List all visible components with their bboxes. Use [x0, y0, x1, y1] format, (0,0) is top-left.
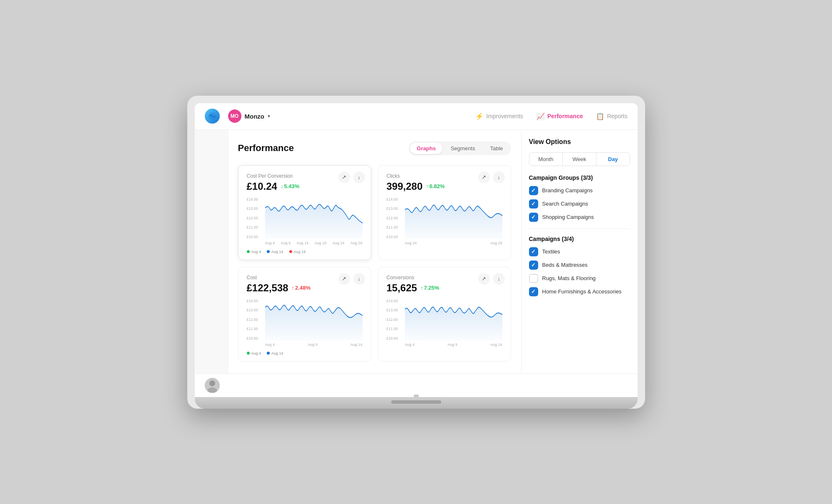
check-icon-branding: ✓: [531, 187, 536, 194]
download-button-cpc[interactable]: ↓: [353, 171, 365, 183]
metrics-grid: Cost Per Conversion £10.24 ↓ 5.43% ↗: [238, 165, 511, 362]
campaign-groups-heading: Campaign Groups (3/3): [529, 174, 630, 181]
chart-legend-cpc: Aug 4 Aug 14 Aug 19: [247, 250, 363, 254]
campaigns-heading: Campaigns (3/4): [529, 236, 630, 242]
view-option-day[interactable]: Day: [596, 153, 630, 166]
checkbox-box-textiles[interactable]: ✓: [529, 247, 538, 256]
checkbox-search[interactable]: ✓ Search Campaigns: [529, 199, 630, 209]
legend-aug19: Aug 19: [289, 250, 306, 254]
checkbox-box-branding[interactable]: ✓: [529, 186, 538, 195]
content-area: Performance Graphs Segments Table Cost P…: [228, 130, 521, 373]
check-icon-beds: ✓: [531, 262, 536, 268]
metric-card-clicks: Clicks 399,280 ↑ 6.82% ↗ ↓: [378, 165, 511, 260]
metric-card-conversions: Conversions 15,625 ↑ 7.25% ↗ ↓: [378, 267, 511, 362]
laptop-base: [195, 397, 638, 409]
sidebar: [195, 130, 228, 373]
download-button-conversions[interactable]: ↓: [493, 273, 505, 285]
checkbox-branding[interactable]: ✓ Branding Campaigns: [529, 186, 630, 195]
nav-item-reports-label: Reports: [607, 113, 627, 119]
metric-actions-cost: ↗ ↓: [338, 273, 365, 285]
check-icon-textiles: ✓: [531, 248, 536, 255]
download-button-clicks[interactable]: ↓: [493, 171, 505, 183]
nav-item-performance[interactable]: 📈 Performance: [536, 112, 583, 120]
tab-graphs[interactable]: Graphs: [410, 143, 442, 154]
laptop-screen: MO Monzo ▾ ⚡ Improvements 📈 Performance: [195, 103, 638, 397]
chart-x-labels-cpc: Aug 4 Aug 9 Aug 14 Aug 19 Aug 24 Aug 29: [265, 239, 363, 247]
metric-actions-conversions: ↗ ↓: [478, 273, 505, 285]
checkbox-box-shopping[interactable]: ✓: [529, 213, 538, 222]
checkbox-beds[interactable]: ✓ Beds & Mattresses: [529, 261, 630, 270]
up-arrow-icon-conversions: ↑: [420, 285, 423, 291]
app-logo: [205, 109, 220, 124]
chart-cost: £14.00 £13.00 £12.00 £11.00 £10.00: [247, 299, 363, 349]
page-title: Performance: [238, 143, 401, 154]
improvements-icon: ⚡: [475, 112, 484, 120]
nav-item-improvements[interactable]: ⚡ Improvements: [475, 112, 523, 120]
checkbox-label-shopping: Shopping Campaigns: [542, 214, 594, 220]
download-button-cost[interactable]: ↓: [353, 273, 365, 285]
svg-point-2: [209, 380, 215, 386]
chart-area-cost: [265, 299, 363, 340]
bottom-bar: [195, 373, 638, 397]
check-icon-search: ✓: [531, 201, 536, 207]
metric-card-cost: Cost £122,538 ↑ 2.48% ↗ ↓: [238, 267, 371, 362]
legend-cost-aug4: Aug 4: [247, 351, 261, 355]
metric-value-cpc: £10.24: [247, 181, 277, 192]
chart-x-labels-conversions: Aug 4 Aug 9 Aug 14: [405, 340, 502, 349]
nav-brand[interactable]: MO Monzo ▾: [228, 109, 270, 123]
chart-cpc: £14.00 £13.00 £12.00 £11.00 £10.00: [247, 197, 363, 247]
brand-dropdown-icon: ▾: [268, 113, 270, 119]
nav-items: ⚡ Improvements 📈 Performance 📋 Reports: [475, 112, 627, 120]
view-option-week[interactable]: Week: [563, 153, 596, 166]
reports-icon: 📋: [596, 112, 604, 120]
chart-y-labels-cost: £14.00 £13.00 £12.00 £11.00 £10.00: [247, 299, 265, 340]
performance-icon: 📈: [536, 112, 545, 120]
expand-button-clicks[interactable]: ↗: [478, 171, 490, 183]
content-header: Performance Graphs Segments Table: [238, 142, 511, 155]
checkbox-home[interactable]: ✓ Home Furnishings & Accessories: [529, 287, 630, 296]
nav-item-reports[interactable]: 📋 Reports: [596, 112, 627, 120]
nav-item-improvements-label: Improvements: [486, 113, 523, 119]
checkbox-shopping[interactable]: ✓ Shopping Campaigns: [529, 213, 630, 222]
legend-aug4: Aug 4: [247, 250, 261, 254]
metric-change-clicks: ↑ 6.82%: [426, 183, 445, 189]
chart-clicks: £14.00 £13.00 £12.00 £11.00 £10.00: [387, 197, 502, 247]
checkbox-box-rugs[interactable]: [529, 274, 538, 283]
chart-y-labels-clicks: £14.00 £13.00 £12.00 £11.00 £10.00: [387, 197, 405, 239]
chart-legend-cost: Aug 4 Aug 14: [247, 351, 363, 355]
checkbox-label-branding: Branding Campaigns: [542, 187, 593, 194]
metric-value-conversions: 15,625: [387, 282, 417, 294]
main-content: Performance Graphs Segments Table Cost P…: [195, 130, 638, 373]
view-tabs: Graphs Segments Table: [409, 142, 511, 155]
laptop-frame: MO Monzo ▾ ⚡ Improvements 📈 Performance: [187, 96, 645, 409]
brand-name: Monzo: [245, 113, 264, 120]
checkbox-label-search: Search Campaigns: [542, 201, 589, 207]
metric-actions-clicks: ↗ ↓: [478, 171, 505, 183]
checkbox-box-search[interactable]: ✓: [529, 199, 538, 209]
checkbox-textiles[interactable]: ✓ Textiles: [529, 247, 630, 256]
checkbox-rugs[interactable]: Rugs, Mats & Flooring: [529, 274, 630, 283]
panel-title: View Options: [529, 138, 630, 146]
up-arrow-icon-clicks: ↑: [426, 183, 429, 189]
up-arrow-icon-cost: ↑: [292, 285, 295, 291]
tab-table[interactable]: Table: [483, 143, 509, 154]
view-option-month[interactable]: Month: [529, 153, 563, 166]
checkbox-box-home[interactable]: ✓: [529, 287, 538, 296]
metric-change-cost: ↑ 2.48%: [292, 285, 310, 291]
metric-card-cost-per-conversion: Cost Per Conversion £10.24 ↓ 5.43% ↗: [238, 165, 371, 260]
down-arrow-icon: ↓: [281, 183, 283, 189]
tab-segments[interactable]: Segments: [444, 143, 482, 154]
metric-value-cost: £122,538: [247, 282, 288, 294]
divider-1: [529, 228, 630, 229]
chart-x-labels-cost: Aug 4 Aug 9 Aug 14: [265, 340, 363, 349]
legend-cost-aug14: Aug 14: [267, 351, 283, 355]
check-icon-shopping: ✓: [531, 214, 536, 220]
expand-button-conversions[interactable]: ↗: [478, 273, 490, 285]
metric-actions-cpc: ↗ ↓: [338, 171, 365, 183]
metric-change-conversions: ↑ 7.25%: [420, 285, 439, 291]
expand-button-cpc[interactable]: ↗: [338, 171, 350, 183]
chart-area-cpc: [265, 197, 363, 239]
brand-avatar: MO: [228, 109, 241, 123]
expand-button-cost[interactable]: ↗: [338, 273, 350, 285]
checkbox-box-beds[interactable]: ✓: [529, 261, 538, 270]
